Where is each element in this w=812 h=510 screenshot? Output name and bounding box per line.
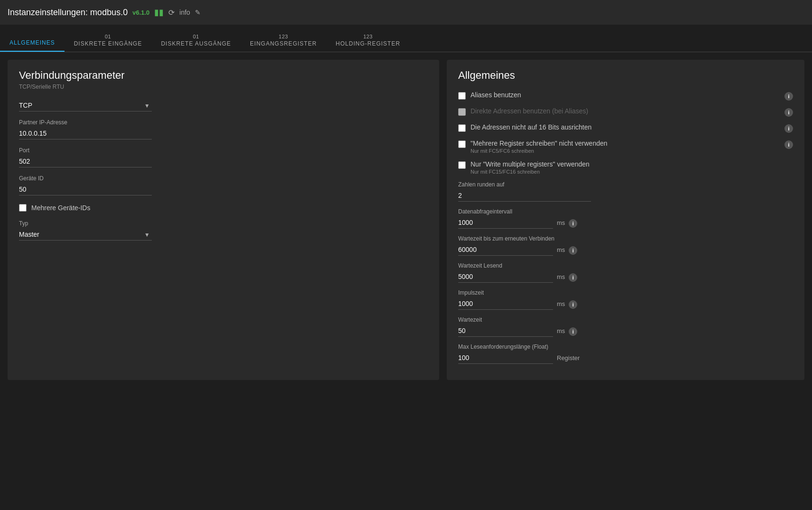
port-group: Port xyxy=(19,147,428,167)
datenabfrage-label: Datenabfrageintervall xyxy=(458,208,793,215)
left-panel-subtitle: TCP/Serielle RTU xyxy=(19,83,428,90)
left-panel: Verbindungsparameter TCP/Serielle RTU TC… xyxy=(8,60,439,380)
tab-diskrete-eingaenge[interactable]: 01 DISKRETE EINGÄNGE xyxy=(65,30,152,52)
aliases-info-icon[interactable]: i xyxy=(784,92,793,101)
right-panel: Allgemeines Aliases benutzen i Direkte A… xyxy=(447,60,804,380)
geraete-id-input[interactable] xyxy=(19,184,152,195)
impulszeit-info-icon[interactable]: i xyxy=(569,300,577,309)
max-leseanforderung-row: Register xyxy=(458,352,793,364)
tcp-select[interactable]: TCP Serial RTU Serial ASCII xyxy=(19,100,152,111)
wartezeit-info-icon[interactable]: i xyxy=(569,327,577,336)
wartezeit-verbinden-info-icon[interactable]: i xyxy=(569,246,577,255)
right-panel-title: Allgemeines xyxy=(458,69,793,82)
write-multiple-label: Nur "Write multiple registers" verwenden xyxy=(471,160,793,168)
direkte-adressen-row: Direkte Adressen benutzen (bei Aliases) … xyxy=(458,107,793,117)
typ-select[interactable]: Master Slave xyxy=(19,229,152,241)
typ-group: Typ Master Slave ▼ xyxy=(19,220,428,241)
impulszeit-group: Impulszeit ms i xyxy=(458,289,793,310)
header: Instanzeinstellungen: modbus.0 v6.1.0 ▮▮… xyxy=(0,0,812,25)
partner-ip-group: Partner IP-Adresse xyxy=(19,119,428,139)
direkte-adressen-info-icon[interactable]: i xyxy=(784,108,793,117)
write-multiple-sub: Nur mit FC15/FC16 schreiben xyxy=(471,169,793,175)
partner-ip-input[interactable] xyxy=(19,128,152,139)
impulszeit-label: Impulszeit xyxy=(458,289,793,296)
refresh-icon[interactable]: ⟳ xyxy=(168,8,175,17)
tcp-select-wrapper: TCP Serial RTU Serial ASCII ▼ xyxy=(19,100,152,111)
aliases-label: Aliases benutzen xyxy=(471,91,780,99)
info-label[interactable]: info xyxy=(179,9,190,16)
direkte-adressen-checkbox[interactable] xyxy=(458,108,466,116)
mehrere-register-info-icon[interactable]: i xyxy=(784,140,793,149)
write-multiple-text: Nur "Write multiple registers" verwenden… xyxy=(471,160,793,175)
zahlen-runden-row xyxy=(458,190,793,202)
wartezeit-verbinden-row: ms i xyxy=(458,244,793,256)
tab-diskrete-ausgaenge-icon: 01 xyxy=(193,34,199,39)
datenabfrage-info-icon[interactable]: i xyxy=(569,219,577,228)
wartezeit-unit: ms xyxy=(557,327,565,334)
wartezeit-group: Wartezeit ms i xyxy=(458,316,793,337)
write-multiple-row: Nur "Write multiple registers" verwenden… xyxy=(458,160,793,175)
impulszeit-row: ms i xyxy=(458,298,793,310)
adressen-bits-checkbox[interactable] xyxy=(458,124,466,132)
left-panel-title: Verbindungsparameter xyxy=(19,69,428,82)
wartezeit-input[interactable] xyxy=(458,325,553,337)
tab-eingangsregister-icon: 123 xyxy=(279,34,288,39)
running-icon: ▮▮ xyxy=(154,7,164,18)
port-label: Port xyxy=(19,147,428,154)
wartezeit-row: ms i xyxy=(458,325,793,337)
main-content: Verbindungsparameter TCP/Serielle RTU TC… xyxy=(0,52,812,388)
wartezeit-lesend-label: Wartezeit Lesend xyxy=(458,262,793,269)
datenabfrage-unit: ms xyxy=(557,219,565,226)
page-title: Instanzeinstellungen: modbus.0 xyxy=(8,8,128,18)
wartezeit-verbinden-unit: ms xyxy=(557,246,565,253)
wartezeit-lesend-row: ms i xyxy=(458,271,793,283)
wartezeit-lesend-group: Wartezeit Lesend ms i xyxy=(458,262,793,283)
aliases-checkbox[interactable] xyxy=(458,92,466,100)
tab-holding-register[interactable]: 123 HOLDING-REGISTER xyxy=(326,30,410,52)
wartezeit-verbinden-group: Wartezeit bis zum erneuten Verbinden ms … xyxy=(458,235,793,256)
adressen-bits-info-icon[interactable]: i xyxy=(784,124,793,133)
tab-holding-register-label: HOLDING-REGISTER xyxy=(336,40,400,47)
datenabfrage-input[interactable] xyxy=(458,217,553,229)
max-leseanforderung-group: Max Leseanforderungslänge (Float) Regist… xyxy=(458,343,793,364)
datenabfrage-group: Datenabfrageintervall ms i xyxy=(458,208,793,229)
impulszeit-unit: ms xyxy=(557,300,565,307)
adressen-bits-row: Die Adressen nicht auf 16 Bits ausrichte… xyxy=(458,123,793,133)
tab-eingangsregister-label: EINGANGSREGISTER xyxy=(250,40,317,47)
wartezeit-label: Wartezeit xyxy=(458,316,793,323)
max-leseanforderung-input[interactable] xyxy=(458,352,553,364)
tab-eingangsregister[interactable]: 123 EINGANGSREGISTER xyxy=(240,30,326,52)
edit-icon[interactable]: ✎ xyxy=(195,9,201,16)
impulszeit-input[interactable] xyxy=(458,298,553,310)
adressen-bits-label: Die Adressen nicht auf 16 Bits ausrichte… xyxy=(471,123,780,131)
datenabfrage-row: ms i xyxy=(458,217,793,229)
partner-ip-label: Partner IP-Adresse xyxy=(19,119,428,126)
wartezeit-verbinden-input[interactable] xyxy=(458,244,553,256)
wartezeit-lesend-input[interactable] xyxy=(458,271,553,283)
tab-allgemeines[interactable]: ALLGEMEINES xyxy=(0,36,65,52)
tab-diskrete-ausgaenge[interactable]: 01 DISKRETE AUSGÄNGE xyxy=(151,30,240,52)
version-badge: v6.1.0 xyxy=(132,9,149,16)
mehrere-register-text: "Mehrere Register schreiben" nicht verwe… xyxy=(471,139,780,154)
mehrere-register-label: "Mehrere Register schreiben" nicht verwe… xyxy=(471,139,780,147)
zahlen-runden-input[interactable] xyxy=(458,190,591,202)
mehrere-geraete-label: Mehrere Geräte-IDs xyxy=(31,204,90,212)
wartezeit-lesend-info-icon[interactable]: i xyxy=(569,273,577,282)
geraete-id-label: Geräte ID xyxy=(19,175,428,182)
zahlen-runden-label: Zahlen runden auf xyxy=(458,181,793,188)
port-input[interactable] xyxy=(19,156,152,167)
write-multiple-checkbox[interactable] xyxy=(458,161,466,169)
aliases-row: Aliases benutzen i xyxy=(458,91,793,101)
mehrere-register-checkbox[interactable] xyxy=(458,140,466,148)
mehrere-register-sub: Nur mit FC5/FC6 schreiben xyxy=(471,148,780,154)
zahlen-runden-group: Zahlen runden auf xyxy=(458,181,793,202)
tcp-select-group: TCP Serial RTU Serial ASCII ▼ xyxy=(19,100,428,111)
wartezeit-lesend-unit: ms xyxy=(557,273,565,280)
mehrere-geraete-checkbox[interactable] xyxy=(19,204,27,212)
tab-diskrete-ausgaenge-label: DISKRETE AUSGÄNGE xyxy=(161,40,231,47)
geraete-id-group: Geräte ID xyxy=(19,175,428,195)
tab-diskrete-eingaenge-label: DISKRETE EINGÄNGE xyxy=(74,40,142,47)
max-leseanforderung-unit: Register xyxy=(557,354,580,362)
max-leseanforderung-label: Max Leseanforderungslänge (Float) xyxy=(458,343,793,350)
mehrere-register-row: "Mehrere Register schreiben" nicht verwe… xyxy=(458,139,793,154)
